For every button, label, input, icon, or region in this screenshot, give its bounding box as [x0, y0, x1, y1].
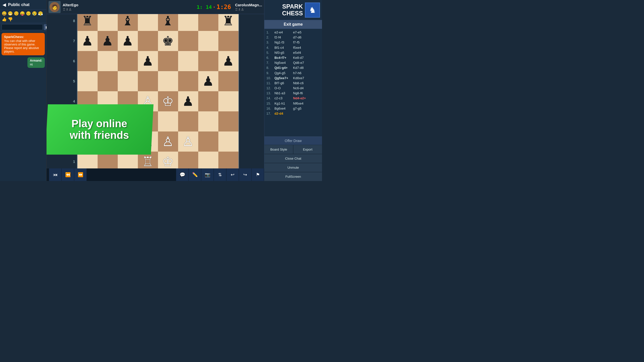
- resign-button[interactable]: ↩: [226, 168, 239, 181]
- chat-back-button[interactable]: ◀: [3, 2, 6, 8]
- square-e4[interactable]: ♔: [158, 91, 178, 111]
- square-e5[interactable]: [158, 71, 178, 91]
- logo-area: SPARKCHESS ♞: [264, 0, 322, 20]
- square-b8[interactable]: [98, 14, 118, 31]
- square-g3[interactable]: [198, 111, 218, 131]
- square-e6[interactable]: [158, 51, 178, 71]
- move-b-3: f7-f5: [293, 40, 300, 45]
- prev-button[interactable]: ⏪: [62, 168, 74, 181]
- square-d6[interactable]: ♟: [138, 51, 158, 71]
- prev-prev-button[interactable]: ⏮: [49, 168, 62, 181]
- emoji-happy[interactable]: 😀: [2, 11, 7, 16]
- square-g7[interactable]: [198, 31, 218, 51]
- emoji-thumbsup[interactable]: 👍: [2, 17, 7, 22]
- move-num-2: 2.: [266, 35, 273, 40]
- square-a8[interactable]: ♜: [77, 14, 98, 31]
- board-style-button[interactable]: Board Style: [264, 145, 293, 154]
- offer-draw-button[interactable]: Offer Draw: [264, 137, 322, 145]
- emoji-angry[interactable]: 😤: [38, 11, 43, 16]
- square-h7[interactable]: [218, 31, 238, 51]
- system-message: SparkChess: You can chat with other obse…: [2, 33, 45, 55]
- square-g4[interactable]: [198, 91, 218, 111]
- square-e1[interactable]: ♔: [158, 152, 178, 168]
- square-f6[interactable]: [178, 51, 198, 71]
- square-d5[interactable]: [138, 71, 158, 91]
- move-num-9: 9.: [266, 71, 273, 75]
- square-e8[interactable]: ♝: [158, 14, 178, 31]
- annotate-button[interactable]: ✏️: [189, 168, 201, 181]
- logo-chess-icon: ♞: [309, 5, 316, 15]
- flip-button[interactable]: ⇅: [214, 168, 226, 181]
- square-h2[interactable]: [218, 131, 238, 152]
- square-h5[interactable]: [218, 71, 238, 91]
- move-b-8: Kd7-d8: [293, 66, 304, 70]
- camera-button[interactable]: 📷: [201, 168, 214, 181]
- move-row-3: 3. Ng1-f3 f7-f5: [266, 40, 320, 45]
- draw-button[interactable]: ↪: [239, 168, 252, 181]
- move-w-17: d2-d4: [274, 111, 292, 116]
- square-f8[interactable]: [178, 14, 198, 31]
- square-a6[interactable]: [77, 51, 98, 71]
- chat-button[interactable]: 💬: [176, 168, 189, 181]
- square-f5[interactable]: [178, 71, 198, 91]
- unmute-button[interactable]: Unmute: [264, 163, 322, 172]
- chat-panel: ◀ Public chat 😀 😁 😊 😛 😐 😢 😤 👍 👎 ▶ SparkC…: [0, 0, 47, 181]
- square-g5[interactable]: ♟: [198, 71, 218, 91]
- square-h3[interactable]: [218, 111, 238, 131]
- square-d8[interactable]: [138, 14, 158, 31]
- square-g2[interactable]: [198, 131, 218, 152]
- square-b7[interactable]: ♟: [98, 31, 118, 51]
- move-w-10: Qg5xe7+: [274, 76, 292, 80]
- move-w-14: c2-c3: [274, 96, 292, 101]
- square-c5[interactable]: [118, 71, 138, 91]
- move-b-13: Ng8-f6: [293, 91, 303, 96]
- emoji-thumbsdown[interactable]: 👎: [8, 17, 13, 22]
- square-b5[interactable]: [98, 71, 118, 91]
- next-button[interactable]: ⏩: [74, 168, 87, 181]
- move-b-9: h7-h6: [293, 71, 301, 75]
- square-g1[interactable]: [198, 152, 218, 168]
- square-f7[interactable]: [178, 31, 198, 51]
- square-h6[interactable]: ♟: [218, 51, 238, 71]
- emoji-tongue[interactable]: 😛: [20, 11, 25, 16]
- move-b-4: f5xe4: [293, 46, 301, 50]
- square-c7[interactable]: ♟: [118, 31, 138, 51]
- square-e2[interactable]: ♙: [158, 131, 178, 152]
- flag-button[interactable]: ⚑: [252, 168, 264, 181]
- square-h8[interactable]: ♜: [218, 14, 238, 31]
- chat-header: ◀ Public chat: [0, 0, 46, 10]
- square-a5[interactable]: [77, 71, 98, 91]
- square-f1[interactable]: [178, 152, 198, 168]
- chat-input[interactable]: [2, 24, 43, 30]
- close-chat-button[interactable]: Close Chat: [264, 154, 322, 163]
- fullscreen-button[interactable]: FullScreen: [264, 172, 322, 181]
- square-f2[interactable]: ♙: [178, 131, 198, 152]
- export-button[interactable]: Export: [293, 145, 322, 154]
- square-c6[interactable]: [118, 51, 138, 71]
- square-h4[interactable]: [218, 91, 238, 111]
- square-c8[interactable]: ♝: [118, 14, 138, 31]
- square-e7[interactable]: ♚: [158, 31, 178, 51]
- square-b6[interactable]: [98, 51, 118, 71]
- square-d7[interactable]: [138, 31, 158, 51]
- square-f4[interactable]: ♟: [178, 91, 198, 111]
- move-w-2: f2-f4: [274, 35, 292, 40]
- bottom-toolbar: ⏮ ⏪ ⏩ 💬 ✏️ 📷 ⇅ ↩ ↪ ⚑: [47, 168, 264, 181]
- emoji-bar: 😀 😁 😊 😛 😐 😢 😤 👍 👎: [0, 10, 46, 23]
- emoji-grin[interactable]: 😁: [8, 11, 13, 16]
- move-w-16: Bg6xe4: [274, 106, 292, 111]
- emoji-neutral[interactable]: 😐: [26, 11, 31, 16]
- move-num-10: 10.: [266, 76, 273, 80]
- square-f3[interactable]: [178, 111, 198, 131]
- exit-game-button[interactable]: Exit game: [264, 20, 322, 29]
- square-a7[interactable]: ♟: [77, 31, 98, 51]
- emoji-cry[interactable]: 😢: [32, 11, 37, 16]
- square-e3[interactable]: [158, 111, 178, 131]
- chat-messages: SparkChess: You can chat with other obse…: [0, 31, 46, 181]
- move-b-7: Qd8-e7: [293, 61, 304, 65]
- square-g8[interactable]: [198, 14, 218, 31]
- square-h1[interactable]: [218, 152, 238, 168]
- emoji-smile[interactable]: 😊: [14, 11, 19, 16]
- move-b-15: Nf6xe4: [293, 101, 303, 106]
- square-g6[interactable]: [198, 51, 218, 71]
